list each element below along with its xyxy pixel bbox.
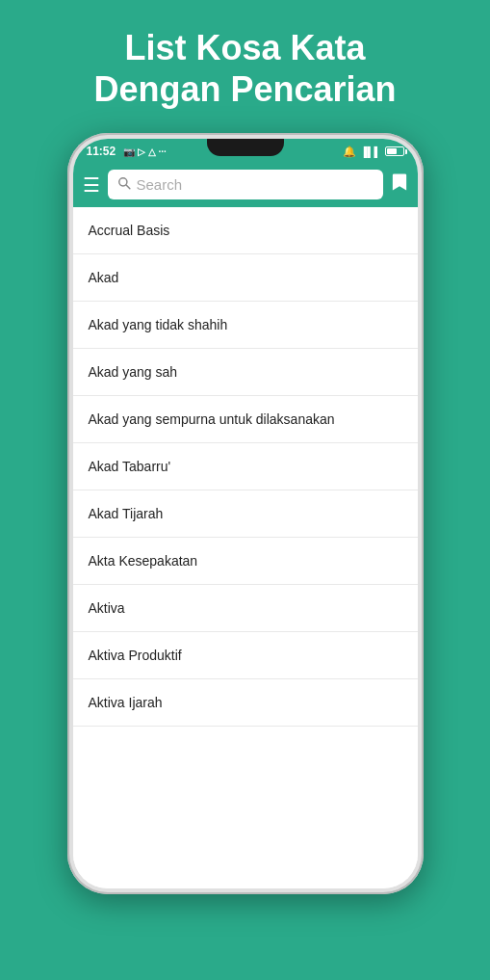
phone-screen: 11:52 📷 ▷ △ ··· 🔔 ▐▌▌ ☰	[73, 139, 418, 888]
list-item[interactable]: Aktiva Ijarah	[73, 679, 418, 727]
page-title: List Kosa Kata Dengan Pencarian	[55, 0, 434, 133]
search-input[interactable]: Search	[137, 176, 374, 193]
alarm-icon: 🔔	[343, 146, 356, 158]
list-item[interactable]: Akad yang tidak shahih	[73, 302, 418, 349]
list-item[interactable]: Aktiva	[73, 585, 418, 632]
hamburger-button[interactable]: ☰	[83, 173, 100, 197]
signal-icon: ▐▌▌	[360, 146, 380, 157]
search-bar[interactable]: Search	[108, 170, 383, 199]
phone-frame: 11:52 📷 ▷ △ ··· 🔔 ▐▌▌ ☰	[67, 133, 424, 894]
status-time: 11:52 📷 ▷ △ ···	[87, 145, 167, 158]
camera-notch	[207, 139, 284, 156]
toolbar: ☰ Search	[73, 162, 418, 207]
search-icon	[117, 176, 131, 193]
svg-line-1	[126, 186, 130, 190]
battery-icon	[385, 146, 404, 156]
list-item[interactable]: Akad Tijarah	[73, 490, 418, 538]
list-item[interactable]: Akad yang sah	[73, 349, 418, 396]
word-list: Accrual BasisAkadAkad yang tidak shahihA…	[73, 207, 418, 888]
list-item[interactable]: Aktiva Produktif	[73, 632, 418, 679]
bookmark-button[interactable]	[391, 172, 408, 197]
list-item[interactable]: Accrual Basis	[73, 207, 418, 254]
list-item[interactable]: Akad	[73, 254, 418, 302]
svg-point-0	[118, 178, 126, 186]
list-item[interactable]: Akad Tabarru'	[73, 443, 418, 490]
list-item[interactable]: Akad yang sempurna untuk dilaksanakan	[73, 396, 418, 443]
list-item[interactable]: Akta Kesepakatan	[73, 538, 418, 585]
status-icons: 🔔 ▐▌▌	[343, 146, 403, 158]
